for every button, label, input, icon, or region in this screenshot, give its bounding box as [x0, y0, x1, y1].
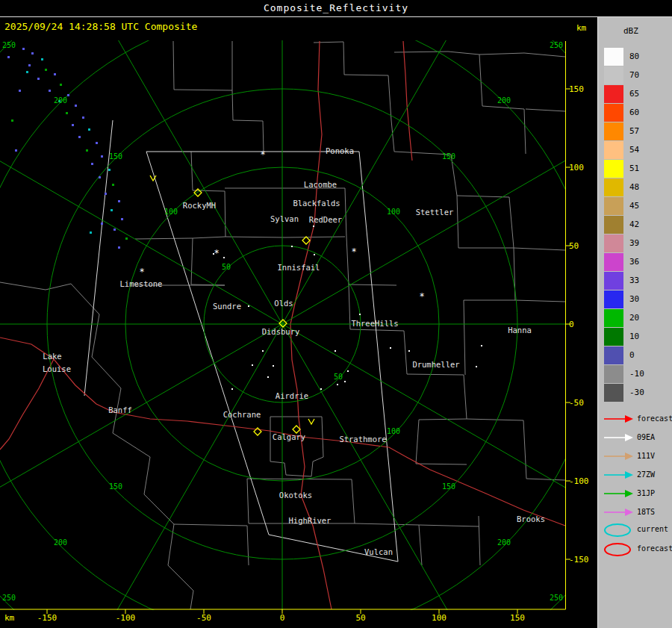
- city-label: Didsbury: [262, 327, 300, 336]
- colorbar-swatch: [604, 66, 623, 84]
- colorbar-swatch: [604, 290, 623, 308]
- town-dot: [213, 253, 214, 255]
- legend-label: forecast: [637, 414, 672, 423]
- colorbar-entry: 80: [604, 48, 671, 66]
- colorbar-entry: 65: [604, 85, 671, 103]
- echo-pixel: [101, 223, 103, 225]
- bottom-axis-tick-label: 0: [280, 613, 285, 623]
- range-label: 150: [109, 482, 122, 491]
- bottom-axis-tick-label: 100: [432, 613, 447, 623]
- colorbar-value: -30: [629, 388, 644, 397]
- range-label: 250: [550, 594, 563, 602]
- range-label: 150: [442, 482, 455, 491]
- right-axis-tick-label: 0: [569, 320, 574, 329]
- radar-sector-outline: [84, 120, 398, 562]
- echo-pixel: [96, 142, 98, 144]
- colorbar-entry: 51: [604, 160, 671, 178]
- bottom-axis-tick-label: 150: [510, 613, 525, 623]
- colorbar-entry: -10: [604, 365, 671, 383]
- station-asterisk: *: [139, 267, 144, 277]
- right-axis-tick-label: -150: [569, 555, 589, 565]
- cell-motion-icon: [308, 419, 314, 424]
- colorbar-entry: 54: [604, 141, 671, 159]
- echo-pixel: [66, 112, 68, 114]
- range-label: 200: [54, 96, 67, 105]
- city-label: Stettler: [416, 208, 454, 217]
- bottom-axis-tick-label: -100: [116, 613, 136, 623]
- echo-pixel: [113, 228, 116, 231]
- colorbar-swatch: [604, 234, 623, 252]
- map-markers: *****: [139, 149, 482, 435]
- echo-pixel: [28, 64, 31, 66]
- town-dot: [262, 350, 264, 352]
- legend-label: forecast: [637, 544, 672, 553]
- right-axis-tick-label: 150: [569, 84, 584, 94]
- town-dot: [267, 376, 269, 378]
- colorbar-value: 42: [629, 220, 639, 229]
- colorbar-swatch: [604, 309, 623, 327]
- town-dot: [476, 366, 477, 367]
- station-asterisk: *: [351, 246, 356, 257]
- echo-pixel: [91, 163, 93, 165]
- colorbar-value: -10: [629, 369, 644, 379]
- azimuth-line: [282, 0, 521, 324]
- echo-pixel: [54, 73, 56, 75]
- colorbar-entry: -30: [604, 384, 671, 402]
- colorbar-value: 57: [629, 126, 639, 136]
- colorbar-swatch: [604, 122, 623, 140]
- legend-label: 27ZW: [637, 470, 655, 479]
- city-label: Olds: [274, 299, 293, 308]
- echo-pixel: [60, 84, 62, 86]
- city-label: HighRiver: [289, 516, 332, 525]
- colorbar-value: 39: [629, 238, 639, 248]
- city-label: Calgary: [273, 432, 305, 441]
- colorbar-entry: 42: [604, 216, 671, 234]
- colorbar-value: 36: [629, 257, 639, 267]
- echo-pixel: [86, 149, 88, 152]
- echo-pixel: [15, 149, 17, 152]
- echo-pixel: [82, 116, 84, 119]
- echo-pixel: [101, 155, 103, 158]
- echo-pixel: [41, 58, 43, 60]
- axis-frame: -150-100-50050100150150100500-50-100-150…: [0, 23, 589, 623]
- city-label: ThreeHills: [351, 319, 398, 328]
- arrow-icon: [603, 470, 634, 480]
- right-axis-tick-label: -50: [569, 398, 584, 408]
- legend-label: 18TS: [637, 508, 655, 516]
- arrow-icon: [603, 414, 634, 424]
- colorbar-value: 45: [629, 201, 639, 211]
- right-axis-tick-label: -100: [569, 476, 589, 486]
- echo-pixel: [118, 200, 120, 202]
- range-ring: [0, 0, 672, 628]
- echo-pixel: [37, 78, 40, 80]
- echo-pixel: [121, 218, 123, 220]
- colorbar-value: 54: [629, 145, 639, 155]
- colorbar-swatch: [604, 253, 623, 271]
- city-label: Drumheller: [412, 360, 459, 369]
- legend-ellipse-row: forecast: [603, 541, 671, 559]
- range-label: 200: [497, 538, 511, 547]
- town-dot: [231, 388, 233, 390]
- colorbar-swatch: [604, 141, 623, 159]
- colorbar-value: 20: [629, 313, 639, 323]
- radar-application-window: Composite_Reflectivity 2025/09/24 14:28:…: [0, 0, 672, 628]
- range-label: 200: [497, 96, 511, 105]
- legend-sidebar: dBZ 807065605754514845423936333020100-10…: [597, 17, 672, 628]
- city-label: Louise: [43, 364, 71, 373]
- radar-display[interactable]: 1001502002501001502002501502002505010015…: [0, 0, 672, 628]
- echo-pixel: [78, 136, 81, 138]
- colorbar-entry: 10: [604, 328, 671, 346]
- right-axis-tick-label: 100: [569, 163, 584, 172]
- range-label: 250: [550, 41, 563, 49]
- colorbar-entry: 48: [604, 178, 671, 196]
- city-label: RedDeer: [309, 215, 342, 224]
- echo-pixel: [67, 94, 69, 96]
- azimuth-line: [0, 85, 282, 324]
- colorbar-value: 33: [629, 276, 639, 285]
- colorbar-swatch: [604, 346, 623, 364]
- colorbar-entry: 57: [604, 122, 671, 140]
- echo-pixel: [7, 56, 10, 58]
- town-dot: [252, 364, 253, 366]
- azimuth-line: [282, 324, 521, 628]
- town-dot: [337, 384, 338, 385]
